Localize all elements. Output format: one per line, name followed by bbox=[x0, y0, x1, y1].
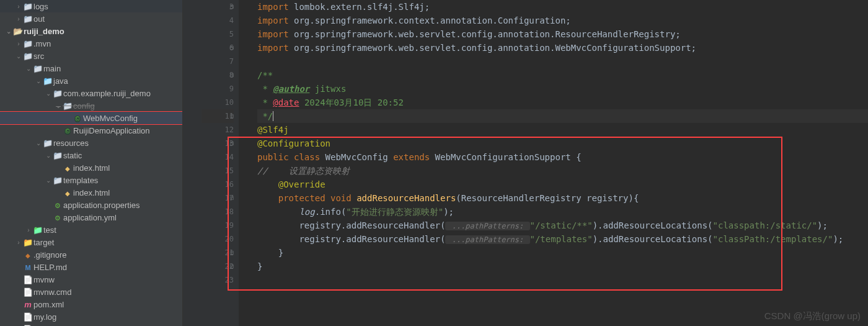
tree-folder-resources[interactable]: ⌄resources bbox=[0, 137, 182, 149]
tree-label: mvnw.cmd bbox=[33, 288, 71, 297]
tree-file-mvnwcmd[interactable]: mvnw.cmd bbox=[0, 286, 182, 298]
tree-package[interactable]: ⌄com.example.ruiji_demo bbox=[0, 87, 182, 99]
tree-label: RuijiDemoApplication bbox=[73, 126, 150, 135]
line-number[interactable]: 11 bbox=[202, 109, 234, 123]
fold-icon[interactable]: ⊟ bbox=[230, 109, 234, 123]
tree-label: resources bbox=[53, 138, 89, 148]
line-number[interactable]: 15 bbox=[202, 164, 234, 178]
line-number[interactable]: 10 bbox=[202, 96, 234, 109]
tree-file-appyml[interactable]: application.yml bbox=[0, 211, 182, 224]
tree-label: config bbox=[73, 101, 95, 111]
line-number[interactable]: 21 bbox=[202, 246, 234, 260]
line-number[interactable]: 3 bbox=[202, 0, 234, 14]
line-number[interactable]: 5 bbox=[202, 27, 234, 41]
line-number[interactable]: 18 bbox=[202, 205, 234, 219]
line-number[interactable]: 16 bbox=[202, 178, 234, 191]
tree-label: main bbox=[43, 64, 61, 73]
tree-label: application.properties bbox=[63, 201, 140, 210]
fold-icon[interactable]: ⊟ bbox=[230, 260, 234, 273]
code-editor[interactable]: 3 4 5 6 7 8 9 10 11 12 13 14 15 16 17 18… bbox=[183, 0, 868, 326]
tree-folder-main[interactable]: ⌄main bbox=[0, 62, 182, 75]
tree-label: templates bbox=[63, 176, 98, 185]
line-number[interactable]: 6 bbox=[202, 41, 234, 55]
tree-label: pom.xml bbox=[33, 300, 64, 309]
fold-icon[interactable]: ⊟ bbox=[230, 0, 234, 14]
tree-folder-java[interactable]: ⌄java bbox=[0, 75, 182, 87]
watermark: CSDN @冯浩(grow up) bbox=[764, 310, 861, 322]
line-number[interactable]: 12 bbox=[202, 123, 234, 137]
tree-label: index.html bbox=[73, 188, 110, 197]
param-hint: ...pathPatterns: bbox=[445, 222, 529, 230]
line-number[interactable]: 17 bbox=[202, 191, 234, 205]
fold-icon[interactable]: ⊟ bbox=[230, 191, 234, 205]
tree-label: ruiji_demo bbox=[24, 27, 64, 36]
line-number[interactable]: 14 bbox=[202, 150, 234, 164]
tree-label: static bbox=[63, 151, 82, 160]
tree-label: java bbox=[53, 76, 68, 86]
tree-folder-logs[interactable]: ›logs bbox=[0, 0, 182, 12]
tree-folder-config[interactable]: ⌄config bbox=[0, 99, 182, 112]
line-number[interactable]: 13 bbox=[202, 137, 234, 150]
tree-label: com.example.ruiji_demo bbox=[63, 89, 151, 98]
fold-icon[interactable]: ⊟ bbox=[230, 246, 234, 260]
tree-folder-templates[interactable]: ⌄templates bbox=[0, 174, 182, 186]
tree-label: test bbox=[43, 225, 56, 235]
line-number[interactable]: 20 bbox=[202, 232, 234, 246]
tree-file-mylog[interactable]: my.log bbox=[0, 310, 182, 323]
tree-file-index1[interactable]: index.html bbox=[0, 161, 182, 174]
tree-label: .gitignore bbox=[33, 250, 66, 260]
tree-folder-out[interactable]: ›out bbox=[0, 12, 182, 25]
tree-label: my.log bbox=[33, 312, 56, 322]
tree-file-gitignore[interactable]: .gitignore bbox=[0, 248, 182, 261]
tree-file-index2[interactable]: index.html bbox=[0, 186, 182, 199]
tree-label: application.yml bbox=[63, 213, 117, 222]
tree-label: WebMvcConfig bbox=[83, 114, 138, 123]
tree-file-webmvcconfig[interactable]: WebMvcConfig bbox=[0, 112, 182, 124]
tree-folder-test[interactable]: ›test bbox=[0, 224, 182, 236]
line-number[interactable]: 23 bbox=[202, 273, 234, 287]
tree-file-mvnw[interactable]: mvnw bbox=[0, 273, 182, 286]
tree-folder-mvn[interactable]: ›.mvn bbox=[0, 37, 182, 50]
tree-label: HELP.md bbox=[33, 263, 67, 272]
tree-label: src bbox=[33, 52, 44, 61]
tree-label: index.html bbox=[73, 163, 110, 173]
tree-file-springlog[interactable]: spring.log bbox=[0, 323, 182, 326]
tree-folder-src[interactable]: ⌄src bbox=[0, 50, 182, 62]
line-number[interactable]: 22 bbox=[202, 260, 234, 273]
tree-file-application[interactable]: RuijiDemoApplication bbox=[0, 124, 182, 137]
code-content[interactable]: ⊟import lombok.extern.slf4j.Slf4j; impor… bbox=[239, 0, 868, 326]
tree-folder-target[interactable]: ›target bbox=[0, 236, 182, 248]
tree-file-appprops[interactable]: application.properties bbox=[0, 199, 182, 211]
line-number[interactable]: 7 bbox=[202, 55, 234, 68]
tree-label: out bbox=[33, 14, 45, 24]
line-number[interactable]: 8 bbox=[202, 68, 234, 82]
tree-file-help[interactable]: HELP.md bbox=[0, 261, 182, 273]
fold-icon[interactable]: ⊟ bbox=[230, 68, 234, 82]
editor-caret bbox=[273, 111, 273, 121]
tree-label: target bbox=[33, 238, 54, 247]
tree-file-pom[interactable]: pom.xml bbox=[0, 298, 182, 310]
tree-label: .mvn bbox=[33, 39, 51, 48]
line-number[interactable]: 4 bbox=[202, 14, 234, 27]
param-hint: ...pathPatterns: bbox=[445, 235, 529, 244]
tree-folder-static[interactable]: ⌄static bbox=[0, 149, 182, 161]
line-number[interactable]: 9 bbox=[202, 82, 234, 96]
line-number[interactable]: 19 bbox=[202, 219, 234, 232]
tree-project-root[interactable]: ⌄ruiji_demo bbox=[0, 25, 182, 37]
tree-label: logs bbox=[33, 2, 48, 11]
fold-icon[interactable]: ⊟ bbox=[230, 41, 234, 55]
tree-label: mvnw bbox=[33, 275, 55, 284]
project-tree[interactable]: ›logs ›out ⌄ruiji_demo ›.mvn ⌄src ⌄main … bbox=[0, 0, 183, 326]
fold-icon[interactable]: ⊟ bbox=[230, 137, 234, 150]
